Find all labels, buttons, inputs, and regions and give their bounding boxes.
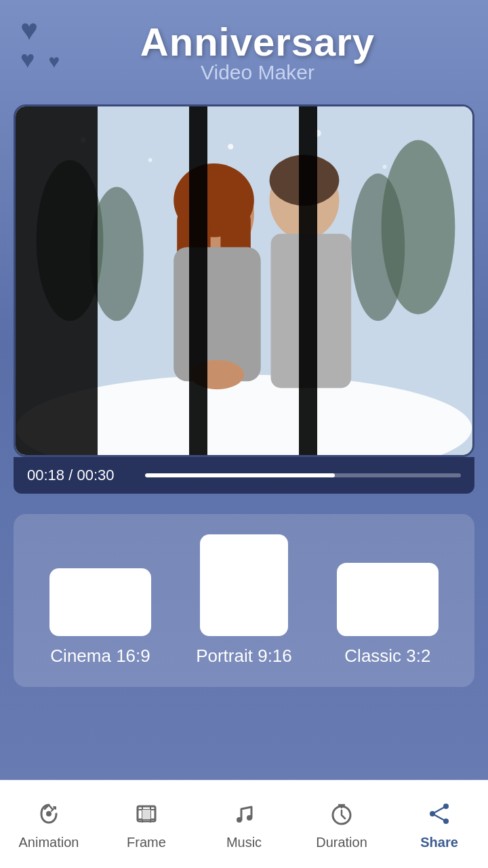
- ratio-label-cinema: Cinema 16:9: [50, 646, 150, 667]
- title-block: Anniversary Video Maker: [140, 20, 375, 84]
- ratio-thumb-cinema: [49, 568, 151, 636]
- svg-point-20: [46, 811, 52, 816]
- nav-item-duration[interactable]: Duration: [293, 798, 390, 850]
- nav-label-music: Music: [226, 835, 262, 850]
- svg-rect-22: [142, 810, 150, 819]
- video-frame: [16, 106, 472, 455]
- progress-bar-container[interactable]: 00:18 / 00:30: [14, 457, 474, 494]
- total-time: 00:30: [77, 467, 114, 484]
- bottom-navigation: Animation Frame Music: [0, 780, 488, 868]
- current-time: 00:18: [27, 467, 64, 484]
- ratio-thumb-portrait: [200, 534, 288, 636]
- nav-item-frame[interactable]: Frame: [98, 798, 195, 850]
- ratio-label-classic: Classic 3:2: [344, 646, 430, 667]
- nav-label-share: Share: [420, 835, 458, 850]
- video-container[interactable]: [14, 104, 474, 457]
- svg-point-23: [237, 817, 242, 823]
- svg-line-30: [432, 814, 446, 821]
- nav-item-share[interactable]: Share: [390, 798, 488, 850]
- nav-label-duration: Duration: [316, 835, 367, 850]
- frame-icon: [131, 798, 162, 829]
- share-icon: [424, 798, 455, 829]
- ratio-item-cinema[interactable]: Cinema 16:9: [49, 568, 151, 667]
- ratio-item-portrait[interactable]: Portrait 9:16: [196, 534, 292, 667]
- svg-point-24: [247, 815, 252, 821]
- progress-track[interactable]: [145, 473, 461, 477]
- svg-line-29: [432, 806, 446, 814]
- nav-label-animation: Animation: [19, 835, 79, 850]
- nav-item-music[interactable]: Music: [195, 798, 293, 850]
- nav-item-animation[interactable]: Animation: [0, 798, 98, 850]
- ratio-item-classic[interactable]: Classic 3:2: [337, 563, 439, 667]
- app-subtitle: Video Maker: [201, 61, 314, 84]
- duration-icon: [326, 798, 357, 829]
- animation-icon: [33, 798, 64, 829]
- hearts-decoration: ♥ ♥ ♥: [20, 14, 60, 73]
- strip-2: [189, 106, 207, 455]
- strip-1: [16, 106, 98, 455]
- time-separator: /: [68, 467, 77, 484]
- app-title: Anniversary: [140, 20, 375, 64]
- progress-fill: [145, 473, 335, 477]
- app-header: ♥ ♥ ♥ Anniversary Video Maker: [0, 0, 488, 98]
- ratio-label-portrait: Portrait 9:16: [196, 646, 292, 667]
- ratio-thumb-classic: [337, 563, 439, 636]
- ratio-section: Cinema 16:9 Portrait 9:16 Classic 3:2: [14, 514, 474, 687]
- strip-3: [299, 106, 317, 455]
- music-icon: [228, 798, 260, 829]
- time-display: 00:18 / 00:30: [27, 467, 136, 484]
- video-strips: [16, 106, 472, 455]
- nav-label-frame: Frame: [127, 835, 166, 850]
